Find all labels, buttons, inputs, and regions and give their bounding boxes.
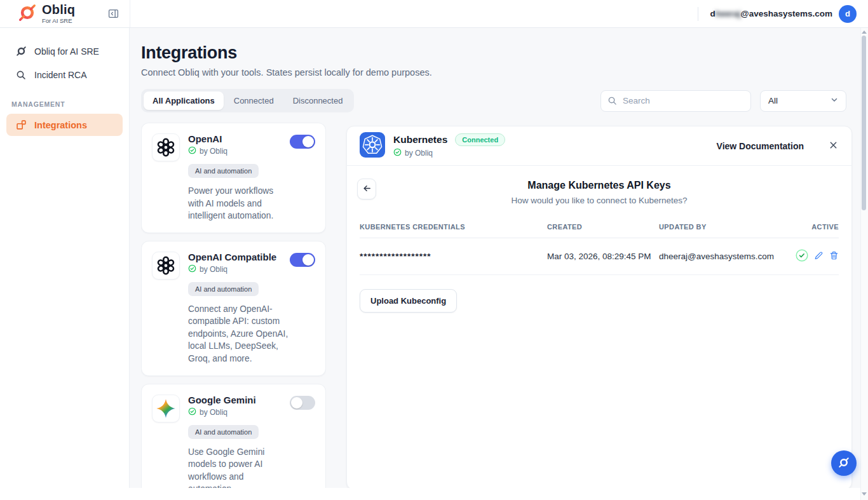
credentials-table: KUBERNETES CREDENTIALS CREATED UPDATED B… [360, 223, 839, 275]
user-divider [698, 7, 698, 21]
manage-keys-heading: Manage Kubernetes API Keys [360, 180, 839, 191]
openai-compatible-toggle[interactable] [290, 253, 315, 267]
topbar-divider [130, 0, 130, 27]
openai-icon [152, 133, 180, 161]
user-email-redacted: heeraj [715, 9, 741, 18]
brand-title: Obliq [42, 3, 75, 16]
column-header-credentials: KUBERNETES CREDENTIALS [360, 223, 547, 231]
sidebar-collapse-button[interactable] [107, 8, 119, 20]
panel-body: Manage Kubernetes API Keys How would you… [347, 166, 851, 488]
sidebar-item-integrations[interactable]: Integrations [6, 114, 123, 136]
sidebar-item-label: Obliq for AI SRE [34, 46, 99, 57]
table-header-row: KUBERNETES CREDENTIALS CREATED UPDATED B… [360, 223, 839, 238]
card-byline: by Obliq [200, 265, 227, 274]
controls-row: All Applications Connected Disconnected … [141, 89, 846, 112]
pencil-icon [814, 251, 824, 262]
tab-bar: All Applications Connected Disconnected [141, 89, 354, 112]
obliq-logo-icon [15, 46, 27, 57]
sidebar-item-incident-rca[interactable]: Incident RCA [6, 64, 123, 86]
search-box [600, 90, 751, 112]
trash-icon [829, 251, 839, 262]
openai-toggle[interactable] [290, 135, 315, 149]
assistant-fab-button[interactable] [831, 450, 857, 476]
scrollbar-thumb[interactable] [862, 36, 866, 210]
verified-check-icon [188, 407, 196, 417]
kubernetes-icon [360, 132, 385, 160]
column-header-created: CREATED [547, 223, 659, 231]
category-badge: AI and automation [188, 425, 259, 439]
tab-connected[interactable]: Connected [225, 91, 283, 110]
panel-byline: by Obliq [405, 149, 433, 158]
card-title: OpenAI [188, 133, 290, 144]
card-byline: by Obliq [200, 147, 227, 156]
openai-icon [152, 252, 180, 280]
category-badge: AI and automation [188, 282, 259, 296]
sidebar-item-label: Incident RCA [34, 70, 86, 80]
brand-logo: Obliq For AI SRE [0, 3, 75, 25]
scrollbar[interactable] [860, 28, 868, 500]
obliq-logo-icon [838, 457, 850, 470]
check-circle-icon [796, 249, 808, 264]
search-icon [607, 96, 617, 108]
back-button[interactable] [357, 179, 376, 199]
tab-all-applications[interactable]: All Applications [144, 91, 224, 110]
gemini-icon [152, 395, 180, 422]
app-window: Obliq For AI SRE dheeraj@aveshasystems.c… [0, 0, 868, 500]
card-description: Power your workflows with AI models and … [188, 185, 290, 222]
table-row: ****************** Mar 03, 2026, 08:29:4… [360, 238, 839, 275]
card-description: Use Google Gemini models to power AI wor… [188, 446, 290, 488]
google-gemini-toggle[interactable] [290, 396, 315, 410]
active-status-button[interactable] [796, 249, 808, 264]
category-filter-dropdown[interactable]: All [760, 90, 846, 112]
topbar: Obliq For AI SRE dheeraj@aveshasystems.c… [0, 0, 868, 28]
sidebar-item-obliq-for-ai-sre[interactable]: Obliq for AI SRE [6, 40, 123, 62]
sidebar-item-label: Integrations [34, 120, 87, 130]
kubernetes-detail-panel: Kubernetes Connected by Obliq View Docum… [346, 126, 852, 488]
scrollbar-down-arrow-icon[interactable] [862, 492, 867, 496]
search-input[interactable] [600, 90, 751, 112]
card-byline: by Obliq [200, 408, 227, 417]
search-icon [15, 70, 27, 80]
close-panel-button[interactable] [828, 140, 839, 152]
chevron-down-icon [831, 96, 838, 105]
user-menu[interactable]: dheeraj@aveshasystems.com d [698, 5, 868, 23]
category-badge: AI and automation [188, 164, 259, 178]
user-email: dheeraj@aveshasystems.com [710, 9, 832, 18]
integration-card-google-gemini[interactable]: Google Gemini by Obliq AI and automation… [141, 384, 326, 488]
verified-check-icon [188, 146, 196, 156]
integration-card-openai[interactable]: OpenAI by Obliq AI and automation Power … [141, 123, 326, 233]
column-header-active: ACTIVE [796, 223, 839, 231]
upload-kubeconfig-button[interactable]: Upload Kubeconfig [360, 289, 457, 313]
status-badge: Connected [455, 133, 505, 146]
verified-check-icon [188, 264, 196, 274]
card-title: Google Gemini [188, 395, 290, 405]
obliq-logo-icon [18, 3, 37, 25]
sidebar-section-management: MANAGEMENT [0, 88, 129, 112]
sidebar: Obliq for AI SRE Incident RCA MANAGEMENT… [0, 28, 130, 488]
brand-subtitle: For AI SRE [42, 17, 75, 24]
close-icon [829, 141, 837, 151]
delete-credential-button[interactable] [829, 251, 839, 262]
card-description: Connect any OpenAI-compatible API: custo… [188, 303, 290, 365]
avatar[interactable]: d [839, 5, 857, 23]
arrow-left-icon [362, 184, 372, 195]
manage-keys-subheading: How would you like to connect to Kuberne… [360, 196, 839, 205]
panel-app-name: Kubernetes [393, 134, 447, 145]
edit-credential-button[interactable] [814, 251, 824, 262]
created-timestamp: Mar 03, 2026, 08:29:45 PM [547, 252, 659, 261]
integration-card-list: OpenAI by Obliq AI and automation Power … [141, 123, 326, 488]
tab-disconnected[interactable]: Disconnected [284, 91, 352, 110]
integration-card-openai-compatible[interactable]: OpenAI Compatible by Obliq AI and automa… [141, 241, 326, 376]
main-content: Integrations Connect Obliq with your too… [130, 28, 860, 488]
scrollbar-up-arrow-icon[interactable] [862, 30, 867, 34]
panel-header: Kubernetes Connected by Obliq View Docum… [347, 126, 851, 166]
verified-check-icon [393, 148, 402, 158]
panel-collapse-icon [108, 11, 119, 21]
page-subtitle: Connect Obliq with your tools. States pe… [141, 67, 846, 78]
dropdown-value: All [768, 96, 778, 105]
grid-icon [15, 119, 27, 130]
column-header-updated-by: UPDATED BY [659, 223, 796, 231]
updated-by-email: dheeraj@aveshasystems.com [659, 252, 796, 261]
card-title: OpenAI Compatible [188, 252, 290, 262]
view-documentation-link[interactable]: View Documentation [717, 141, 804, 151]
